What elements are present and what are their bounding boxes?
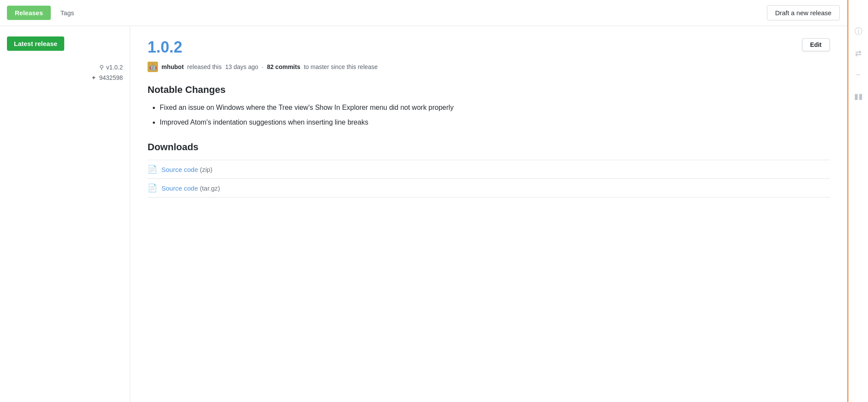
commit-meta-item: ✦ 9432598 (7, 74, 123, 81)
targz-file-icon: 📄 (148, 183, 157, 193)
pulse-icon[interactable]: ~ (856, 70, 861, 79)
avatar: 🤖 (148, 62, 158, 72)
source-code-zip-link[interactable]: Source code (zip) (161, 166, 213, 173)
download-row-zip: 📄 Source code (zip) (148, 160, 830, 178)
time-ago: 13 days ago (225, 63, 258, 70)
commit-icon: ✦ (91, 74, 96, 81)
zip-file-icon: 📄 (148, 165, 157, 174)
downloads-title: Downloads (148, 142, 830, 153)
notable-changes-title: Notable Changes (148, 84, 830, 96)
latest-release-badge: Latest release (7, 36, 64, 51)
tags-tab[interactable]: Tags (53, 6, 82, 20)
main-layout: Latest release ⚲ v1.0.2 ✦ 9432598 Edit 1… (0, 26, 847, 402)
right-sidebar: ⓘ ⇄ ~ ▮▮ (847, 0, 868, 402)
source-code-zip-label: Source code (161, 166, 198, 173)
edit-button[interactable]: Edit (802, 38, 830, 51)
top-bar: Releases Tags Draft a new release <> (0, 0, 868, 26)
commits-suffix: to master since this release (304, 63, 378, 70)
release-username: mhubot (161, 63, 184, 70)
releases-tab[interactable]: Releases (7, 6, 51, 20)
source-code-targz-link[interactable]: Source code (tar.gz) (161, 185, 220, 192)
zip-format-label: (zip) (200, 166, 212, 173)
tag-meta-item: ⚲ v1.0.2 (7, 64, 123, 71)
release-header: Edit 1.0.2 (148, 38, 830, 62)
download-row-targz: 📄 Source code (tar.gz) (148, 178, 830, 198)
sidebar-meta: ⚲ v1.0.2 ✦ 9432598 (7, 64, 123, 81)
list-item: Fixed an issue on Windows where the Tree… (160, 102, 830, 113)
pullrequest-icon[interactable]: ⇄ (855, 49, 861, 58)
list-item: Improved Atom's indentation suggestions … (160, 117, 830, 128)
bullet-list: Fixed an issue on Windows where the Tree… (160, 102, 830, 128)
info-icon[interactable]: ⓘ (855, 26, 862, 36)
source-code-targz-label: Source code (161, 185, 198, 192)
release-meta-line: 🤖 mhubot released this 13 days ago · 82 … (148, 62, 830, 72)
released-text: released this (187, 63, 221, 70)
left-sidebar: Latest release ⚲ v1.0.2 ✦ 9432598 (0, 26, 130, 402)
graph-icon[interactable]: ▮▮ (854, 92, 863, 101)
tag-icon: ⚲ (99, 64, 104, 71)
commit-label: 9432598 (99, 74, 123, 81)
dot-separator: · (262, 63, 263, 70)
commits-count: 82 commits (267, 63, 300, 70)
targz-format-label: (tar.gz) (200, 185, 220, 192)
downloads-section: Downloads 📄 Source code (zip) 📄 Source c… (148, 142, 830, 198)
release-version: 1.0.2 (148, 38, 830, 56)
draft-release-button[interactable]: Draft a new release (767, 5, 840, 20)
tag-label: v1.0.2 (106, 64, 123, 71)
main-content: Edit 1.0.2 🤖 mhubot released this 13 day… (130, 26, 847, 402)
